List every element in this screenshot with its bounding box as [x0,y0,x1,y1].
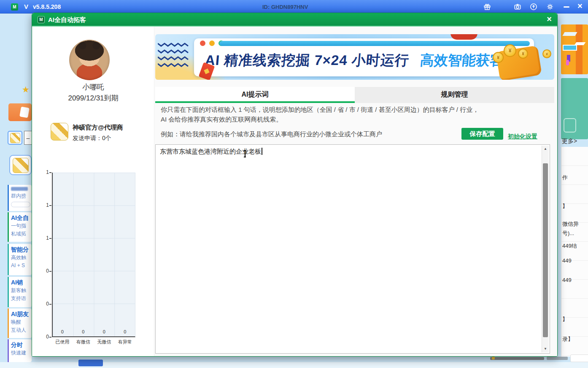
sidebar-item-line: 一句指 [11,222,32,230]
scrollbar-thumb[interactable] [543,163,548,337]
decor [219,41,530,46]
decor [563,45,577,51]
decor [562,32,577,36]
minimize-button[interactable] [564,6,569,8]
vip-star-icon: ★ [22,84,30,95]
background-minus-box[interactable]: – [24,131,32,145]
agent-app-icon [51,123,68,141]
dot-yellow-icon [209,41,215,46]
sidebar-item-line: 群内捞 [11,192,32,200]
coin-icon: ¥ [518,49,528,59]
text-fragment: 号)... [562,230,574,237]
text-fragment: 449结 [562,242,577,250]
dot-red-icon [200,41,205,46]
chart-x-label: 已使用 [52,339,73,345]
chart-y-tick: 0 [36,301,49,307]
text-fragment: 449 [562,257,572,264]
app-letter: V [24,3,28,10]
cube-icon [10,133,20,143]
usage-chart: 1110000已使用0有微信0无微信0有异常 [36,167,146,355]
sidebar-item-timed[interactable]: 分时 快速建 [8,339,32,362]
expiry-date: 2099/12/31到期 [32,93,154,103]
background-app-icon-small[interactable] [8,131,22,145]
sidebar-item-line: 私域拓 [11,230,32,238]
sidebar-item-group[interactable]: 群内捞 [8,185,32,211]
dialog-content: AI 精准线索挖掘 7×24 小时运行高效智能获客 ¥ ¥ ¥ ¥ AI提示词 … [154,27,557,356]
save-config-button[interactable]: 保存配置 [461,128,503,140]
chart-y-tick: 1 [36,235,49,241]
dialog-body: 小哪吒 2099/12/31到期 神硕官方@代理商 发送申请：0个 111000… [32,27,557,356]
background-app-icon-large[interactable] [9,155,32,175]
user-name: 小哪吒 [32,82,154,92]
text-caret [262,148,262,155]
decor [566,60,569,65]
promo-illustration [561,24,588,74]
sidebar-item-ai-auto[interactable]: AI全自 一句指 私域拓 [8,212,32,242]
scroll-up-icon[interactable]: ▲ [542,146,549,152]
text-fragment: 微信异 [562,220,579,228]
avatar [69,40,110,80]
mouse-ibeam-cursor [243,150,247,157]
sidebar-item-line: AI + S [11,262,32,270]
chart-value-label: 0 [52,329,73,334]
update-icon[interactable] [530,3,537,11]
accent-bar [8,308,9,338]
accent-bar [8,185,9,211]
decor [450,34,477,40]
decor [547,357,568,360]
main-titlebar: M V v5.8.5.208 ID: GHDN897HNV [0,0,588,14]
instruction-example: 例如：请给我推荐国内各个城市及县市区从事电商行业的小微企业或个体工商户 [161,130,382,138]
sidebar-item-line: 新客触 [11,287,32,295]
sidebar-item-smart[interactable]: 智能分 高效触 AI + S [8,244,32,275]
background-orange-button[interactable] [8,103,32,121]
banner-headline: AI 精准线索挖掘 7×24 小时运行 [204,52,410,68]
chart-x-label: 无微信 [94,339,115,345]
more-link[interactable]: 更多> [562,138,577,145]
prompt-textarea[interactable]: 东营市东城蓝色港湾附近的企业老板 ▲ ▼ [155,144,550,354]
sidebar-item-ai-friends[interactable]: AI朋友 唤醒 互动人 [8,308,32,338]
scrollbar[interactable]: ▲ ▼ [542,146,549,352]
text-fragment: 录】 [562,336,573,343]
screenshot-icon[interactable] [514,3,521,11]
chart-y-tick: 0 [36,268,49,274]
tab-ai-prompt[interactable]: AI提示词 [155,87,355,103]
app-logo-icon: M [38,16,45,23]
sidebar-item-title: AI朋友 [11,310,32,318]
sidebar-item-line: 互动人 [11,326,32,334]
sidebar-item-line: 快速建 [11,349,32,357]
accent-bar [8,277,9,307]
sidebar-item-line: 高效触 [11,254,32,262]
requests-sent: 发送申请：0个 [73,135,111,142]
chart-y-tick: 1 [36,202,49,208]
decor [570,354,588,362]
background-right-panel: 作 】 微信异 号)... 449结 449 449 】 录】 [561,147,588,357]
prompt-text: 东营市东城蓝色港湾附近的企业老板 [160,148,262,156]
screen: M V v5.8.5.208 ID: GHDN897HNV [0,0,588,368]
coin-icon: ¥ [542,49,551,58]
promo-banner: AI 精准线索挖掘 7×24 小时运行高效智能获客 ¥ ¥ ¥ ¥ [155,34,554,80]
initialize-settings-link[interactable]: 初始化设置 [508,133,537,141]
chart-tick-mark [49,304,51,305]
accent-bar [8,212,9,242]
toggle-pill[interactable] [11,202,30,207]
settings-gear-icon[interactable] [546,3,554,11]
scroll-down-icon[interactable]: ▼ [542,346,549,352]
tab-rule-management[interactable]: 规则管理 [355,87,554,103]
background-blue-button[interactable] [78,360,103,366]
sidebar-item-title: 智能分 [11,245,32,254]
text-fragment: 449 [562,277,572,283]
close-button[interactable]: × [577,1,583,11]
chart-value-label: 0 [115,329,136,334]
sidebar-item-line: 支持语 [11,295,32,303]
accent-bar [8,244,9,275]
chart-x-label: 有异常 [115,339,136,345]
sidebar-item-ai-sales[interactable]: AI销 新客触 支持语 [8,277,32,307]
dialog-close-button[interactable]: × [547,14,552,24]
gift-icon[interactable] [483,3,491,11]
agent-name: 神硕官方@代理商 [73,124,123,132]
app-version: v5.8.5.208 [33,3,61,10]
profile-panel: 小哪吒 2099/12/31到期 神硕官方@代理商 发送申请：0个 111000… [32,27,154,356]
chart-tick-mark [49,172,51,173]
chart-tick-mark [49,238,51,239]
banner-tagline: 高效智能获客 [419,52,504,68]
